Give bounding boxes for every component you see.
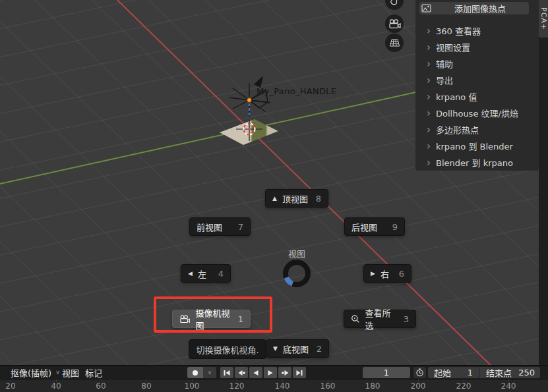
pie-item-view-selected[interactable]: 查看所选 3 bbox=[344, 310, 416, 328]
menu-label: 标记 bbox=[85, 366, 102, 379]
chevron-right-icon bbox=[427, 42, 436, 53]
ruler-label: 40 bbox=[51, 381, 61, 391]
menu-view[interactable]: 视图 bbox=[62, 367, 79, 378]
end-frame-label: 结束点 bbox=[486, 366, 512, 379]
sidebar-item-360-viewer[interactable]: 360 查看器 bbox=[415, 22, 539, 39]
pie-item-bottom-view[interactable]: ▼ 底视图 2 bbox=[266, 339, 329, 358]
sidebar-item-krpano-values[interactable]: krpano 值 bbox=[415, 88, 539, 105]
pie-item-left-view[interactable]: ◀ 左 4 bbox=[181, 264, 231, 283]
status-hint-tooltip: 切换摄像机视角. bbox=[189, 339, 266, 359]
ruler-label: 80 bbox=[141, 381, 151, 391]
chevron-right-icon bbox=[427, 157, 436, 169]
jump-to-start-button[interactable] bbox=[220, 367, 233, 378]
play-button[interactable] bbox=[264, 367, 277, 378]
chevron-right-icon bbox=[427, 74, 436, 86]
hand-icon bbox=[389, 0, 400, 6]
zoom-selected-icon bbox=[351, 314, 360, 323]
keying-options-dropdown[interactable]: ∨ bbox=[203, 367, 216, 378]
keying-set-dropdown[interactable]: 抠像(插帧) bbox=[11, 367, 60, 378]
scene-objects[interactable] bbox=[208, 71, 297, 154]
pan-hand-button[interactable] bbox=[385, 0, 404, 10]
auto-keying-group: ∨ bbox=[187, 367, 216, 378]
ruler-label: 60 bbox=[96, 381, 106, 391]
pie-item-hotkey: 8 bbox=[316, 194, 321, 204]
ruler-label: 200 bbox=[411, 381, 426, 391]
chevron-right-icon bbox=[427, 124, 436, 136]
prev-keyframe-icon bbox=[237, 370, 246, 376]
menu-marker[interactable]: 标记 bbox=[85, 367, 102, 378]
ruler-label: 140 bbox=[275, 381, 290, 391]
record-icon bbox=[192, 370, 198, 376]
ruler-label: 120 bbox=[229, 381, 245, 391]
sidebar-item-label: 多边形热点 bbox=[436, 123, 479, 136]
frame-range-group: 起始 1 结束点 250 bbox=[428, 367, 540, 378]
pie-item-top-view[interactable]: ▲ 顶视图 8 bbox=[265, 189, 328, 208]
play-reverse-button[interactable] bbox=[249, 367, 262, 378]
sidebar-item-label: 视图设置 bbox=[436, 41, 470, 53]
jump-to-end-button[interactable] bbox=[293, 367, 306, 378]
down-triangle-icon: ▼ bbox=[273, 346, 278, 352]
sidebar-item-assist[interactable]: 辅助 bbox=[415, 55, 539, 72]
pie-item-label: 左 bbox=[198, 267, 206, 280]
sidebar-item-label: 辅助 bbox=[436, 57, 453, 70]
editor-type-dropdown[interactable] bbox=[0, 367, 7, 378]
sidebar-item-label: krpano 值 bbox=[436, 90, 477, 103]
image-icon bbox=[421, 4, 431, 13]
pie-menu-title: 视图 bbox=[269, 247, 324, 260]
pie-item-hotkey: 6 bbox=[399, 269, 404, 279]
sidebar-item-blender-to-krpano[interactable]: Blender 到 krpano bbox=[415, 154, 539, 171]
chevron-down-icon: ∨ bbox=[208, 370, 212, 376]
timeline-editor: 抠像(插帧) 视图 标记 ∨ 1 起始 bbox=[0, 365, 548, 392]
pie-item-front-view[interactable]: 前视图 7 bbox=[189, 217, 251, 236]
object-name-label: My_Pano_HANDLE bbox=[257, 86, 336, 96]
pie-center-widget bbox=[282, 259, 311, 288]
pie-item-label: 底视图 bbox=[283, 343, 309, 355]
viewport-3d[interactable]: My_Pano_HANDLE ▲ 顶视图 8 前视图 7 后视图 9 ◀ 左 4 bbox=[0, 0, 548, 365]
pie-item-hotkey: 7 bbox=[238, 222, 243, 232]
ruler-label: 220 bbox=[456, 381, 472, 391]
empty-origin-dot bbox=[247, 98, 252, 103]
ortho-grid-button[interactable] bbox=[385, 34, 404, 52]
menu-label: 视图 bbox=[62, 366, 79, 379]
timeline-ruler[interactable]: 20 40 60 80 100 120 140 160 180 200 220 … bbox=[0, 379, 548, 392]
sidebar-item-label: 360 查看器 bbox=[436, 24, 481, 37]
use-preview-range-button[interactable] bbox=[413, 367, 426, 378]
sidebar-tab-pca[interactable]: PCA+ bbox=[539, 0, 548, 38]
start-frame-field[interactable]: 起始 1 bbox=[428, 367, 480, 378]
end-frame-field[interactable]: 结束点 250 bbox=[480, 367, 540, 378]
next-keyframe-button[interactable] bbox=[278, 367, 291, 378]
chevron-right-icon bbox=[427, 25, 436, 37]
sidebar-tab-label: PCA+ bbox=[539, 7, 548, 30]
red-annotation-box bbox=[154, 296, 272, 333]
keying-set-label: 抠像(插帧) bbox=[11, 366, 51, 379]
sidebar-item-polygon-hotspot[interactable]: 多边形热点 bbox=[415, 121, 539, 138]
pie-item-label: 右 bbox=[381, 267, 389, 280]
sidebar-item-label: 导出 bbox=[436, 74, 453, 86]
sidebar-item-dollhouse-bake[interactable]: Dollhouse 纹理/烘焙 bbox=[415, 105, 539, 121]
pie-item-hotkey: 4 bbox=[218, 269, 224, 279]
start-frame-label: 起始 bbox=[434, 366, 451, 379]
record-button[interactable] bbox=[187, 367, 203, 378]
camera-view-button[interactable] bbox=[385, 14, 404, 33]
prev-keyframe-button[interactable] bbox=[235, 367, 248, 378]
sidebar-item-view-settings[interactable]: 视图设置 bbox=[415, 39, 539, 55]
sidebar-item-krpano-to-blender[interactable]: krpano 到 Blender bbox=[415, 138, 539, 154]
pie-item-right-view[interactable]: ▶ 右 6 bbox=[363, 264, 411, 283]
clock-icon bbox=[415, 368, 424, 377]
sidebar-item-export[interactable]: 导出 bbox=[415, 72, 539, 88]
chevron-right-icon bbox=[427, 58, 436, 70]
current-frame-field[interactable]: 1 bbox=[363, 367, 410, 378]
pie-item-label: 前视图 bbox=[197, 221, 222, 233]
right-triangle-icon: ▶ bbox=[371, 271, 375, 277]
add-image-hotspot-button[interactable]: 添加图像热点 bbox=[419, 2, 529, 14]
ruler-label: 240 bbox=[501, 381, 516, 391]
jump-end-icon bbox=[295, 370, 303, 376]
jump-start-icon bbox=[223, 370, 231, 376]
chevron-right-icon bbox=[427, 140, 436, 152]
start-frame-value: 1 bbox=[468, 368, 473, 378]
camera-icon bbox=[388, 19, 401, 29]
play-reverse-icon bbox=[253, 370, 259, 376]
pie-item-back-view[interactable]: 后视图 9 bbox=[344, 217, 405, 236]
pie-item-label: 后视图 bbox=[351, 221, 377, 233]
sidebar-panel: 添加图像热点 360 查看器 视图设置 辅助 导出 krpano 值 Dollh… bbox=[415, 0, 539, 171]
